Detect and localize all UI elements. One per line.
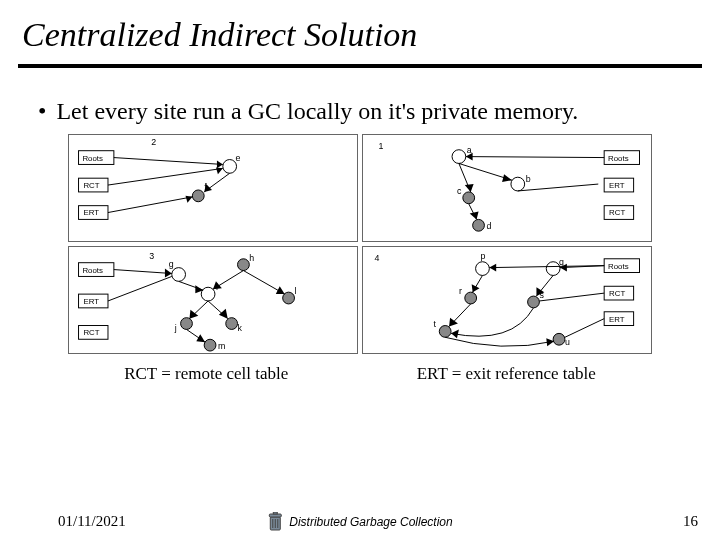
svg-point-62 [553,333,565,345]
svg-marker-10 [186,196,193,203]
ert-label: ERT [609,315,625,324]
ert-label: ERT [83,208,99,217]
svg-marker-27 [470,212,479,220]
svg-point-19 [473,219,485,231]
svg-point-33 [238,259,250,271]
svg-point-32 [172,268,186,282]
diagram-panel-2: Roots RCT ERT 2 e f [68,134,358,242]
node-j: j [174,323,177,333]
node-q: q [559,257,564,267]
roots-label: Roots [608,262,629,271]
rct-label: RCT [83,181,99,190]
node-m: m [218,341,225,351]
svg-point-16 [452,150,466,164]
svg-point-4 [192,190,204,202]
svg-line-75 [539,293,604,301]
node-c: c [457,186,462,196]
node-r: r [459,286,462,296]
svg-marker-25 [465,184,474,192]
footer-date: 01/11/2021 [0,513,126,530]
ert-label: ERT [83,297,99,306]
svg-rect-79 [273,512,277,514]
bullet-marker: • [38,96,56,126]
svg-marker-68 [472,284,480,292]
roots-label: Roots [608,154,629,163]
diagram-grid: Roots RCT ERT 2 e f Roots ERT [68,134,652,354]
svg-point-59 [465,292,477,304]
node-d: d [486,221,491,231]
svg-point-57 [476,262,490,276]
trash-icon [267,512,283,532]
footer-topic: Distributed Garbage Collection [289,515,452,529]
svg-point-61 [439,326,451,338]
diagram-panel-1: Roots ERT RCT 1 a b c d [362,134,652,242]
svg-line-28 [518,184,598,191]
node-p: p [481,251,486,261]
node-h: h [249,253,254,263]
bullet-item: • Let every site run a GC locally on it'… [0,68,720,126]
svg-marker-66 [489,264,496,272]
svg-point-36 [226,318,238,330]
node-b: b [526,174,531,184]
svg-marker-73 [451,329,459,338]
svg-line-9 [108,197,192,213]
node-g: g [169,259,174,269]
roots-label: Roots [82,266,103,275]
caption-ert: ERT = exit reference table [417,364,596,384]
roots-label: Roots [82,154,103,163]
diagram-panel-3: Roots ERT RCT 3 g h i j k l m [68,246,358,354]
slide-title: Centralized Indirect Solution [0,0,720,60]
svg-line-53 [108,276,172,301]
svg-marker-48 [219,309,228,319]
node-e: e [236,153,241,163]
panel-number: 1 [378,141,383,151]
svg-point-38 [204,339,216,351]
node-l: l [294,286,296,296]
node-u: u [565,337,570,347]
svg-marker-8 [216,167,223,174]
svg-point-35 [181,318,193,330]
svg-marker-23 [502,174,512,182]
node-t: t [433,319,436,329]
svg-marker-6 [217,161,223,169]
bullet-text: Let every site run a GC locally on it's … [56,96,578,126]
footer: 01/11/2021 Distributed Garbage Collectio… [0,513,720,530]
svg-line-39 [114,270,172,274]
rct-label: RCT [609,289,625,298]
svg-line-5 [114,158,223,165]
caption-rct: RCT = remote cell table [124,364,288,384]
svg-point-60 [528,296,540,308]
rct-label: RCT [83,328,99,337]
node-a: a [467,145,472,155]
svg-point-17 [511,177,525,191]
ert-label: ERT [609,181,625,190]
svg-line-20 [466,157,604,158]
panel-number: 4 [375,253,380,263]
svg-marker-52 [196,334,205,342]
panel-number: 3 [149,251,154,261]
caption-row: RCT = remote cell table ERT = exit refer… [0,364,720,384]
node-k: k [238,323,243,333]
page-number: 16 [683,513,698,530]
diagram-panel-4: Roots RCT ERT 4 p q r s t u [362,246,652,354]
svg-point-3 [223,160,237,174]
rct-label: RCT [609,208,625,217]
svg-point-58 [546,262,560,276]
svg-marker-40 [165,269,172,278]
svg-point-18 [463,192,475,204]
svg-line-76 [565,319,604,338]
panel-number: 2 [151,137,156,147]
svg-point-34 [201,287,215,301]
